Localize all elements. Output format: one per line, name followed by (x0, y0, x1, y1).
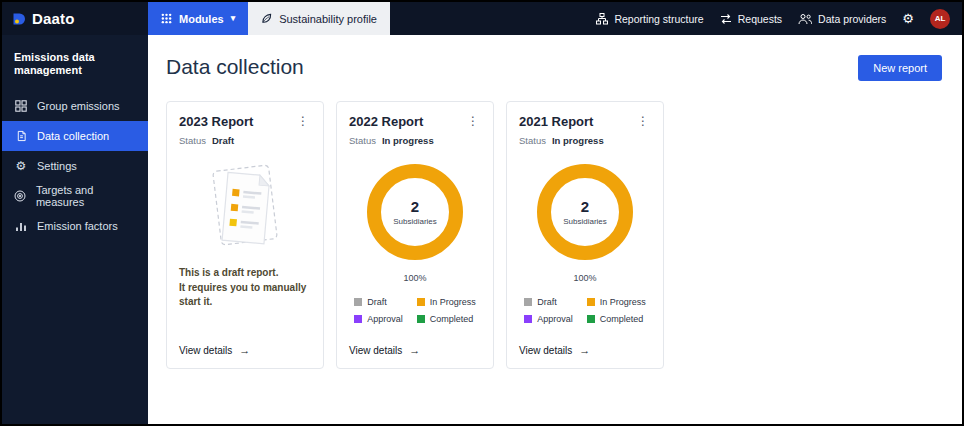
top-bar-right: Reporting structure Requests Data provid… (596, 9, 962, 29)
draft-note: This is a draft report. It requires you … (179, 266, 311, 310)
main-header: Data collection New report (166, 55, 942, 81)
status-legend: Draft In Progress Approval Completed (349, 297, 481, 324)
donut-label: Subsidiaries (393, 217, 437, 226)
kebab-menu-icon[interactable]: ⋮ (635, 114, 651, 128)
bar-chart-icon (14, 220, 28, 232)
legend-label: Draft (367, 297, 387, 307)
sustainability-label: Sustainability profile (279, 13, 377, 25)
daato-logo-icon (12, 12, 26, 26)
status-row: Status Draft (179, 135, 311, 146)
tab-sustainability-profile[interactable]: Sustainability profile (248, 2, 390, 35)
card-title: 2023 Report (179, 114, 253, 129)
kebab-menu-icon[interactable]: ⋮ (465, 114, 481, 128)
legend-item-in-progress: In Progress (587, 297, 646, 307)
arrow-right-icon: → (579, 345, 590, 356)
modules-label: Modules (179, 13, 224, 25)
sidebar-item-emission-factors[interactable]: Emission factors (2, 211, 148, 241)
brand-name: Daato (32, 10, 75, 27)
in-progress-swatch (587, 298, 595, 306)
legend-item-draft: Draft (354, 297, 403, 307)
legend-label: Approval (367, 314, 403, 324)
status-row: Status In progress (349, 135, 481, 146)
sidebar-item-label: Targets and measures (36, 184, 136, 208)
card-title: 2021 Report (519, 114, 593, 129)
view-details-link[interactable]: View details → (179, 333, 311, 356)
status-label: Status (179, 135, 206, 146)
card-title: 2022 Report (349, 114, 423, 129)
sidebar-item-data-collection[interactable]: Data collection (2, 121, 148, 151)
top-bar: Daato Modules ▾ Sustainability profile R… (2, 2, 962, 35)
reporting-structure-button[interactable]: Reporting structure (596, 13, 703, 25)
draft-swatch (524, 298, 532, 306)
donut-percent: 100% (349, 273, 481, 283)
view-details-label: View details (179, 345, 232, 356)
donut-count: 2 (411, 198, 419, 215)
sidebar-item-group-emissions[interactable]: Group emissions (2, 91, 148, 121)
chevron-down-icon: ▾ (231, 14, 236, 23)
sidebar-item-label: Settings (37, 160, 77, 172)
report-card-2023: 2023 Report ⋮ Status Draft (166, 101, 324, 369)
view-details-link[interactable]: View details → (349, 333, 481, 356)
data-providers-button[interactable]: Data providers (798, 13, 886, 25)
status-donut-chart: 2 Subsidiaries (367, 164, 463, 260)
gear-icon: ⚙ (14, 160, 28, 172)
draft-note-line2: It requires you to manually start it. (179, 281, 311, 310)
report-card-2021: 2021 Report ⋮ Status In progress 2 Subsi… (506, 101, 664, 369)
requests-button[interactable]: Requests (720, 13, 782, 25)
status-legend: Draft In Progress Approval Completed (519, 297, 651, 324)
draft-document-illustration (197, 158, 293, 258)
completed-swatch (417, 315, 425, 323)
modules-menu-button[interactable]: Modules ▾ (148, 2, 248, 35)
status-value: Draft (212, 135, 234, 146)
card-header: 2023 Report ⋮ (179, 114, 311, 129)
report-cards: 2023 Report ⋮ Status Draft (166, 101, 942, 369)
legend-label: Approval (537, 314, 573, 324)
target-icon (14, 190, 27, 202)
donut-label: Subsidiaries (563, 217, 607, 226)
page-title: Data collection (166, 55, 304, 79)
grid-icon (161, 13, 172, 24)
legend-item-completed: Completed (417, 314, 476, 324)
data-providers-label: Data providers (818, 13, 886, 25)
leaf-icon (261, 13, 272, 24)
legend-label: In Progress (430, 297, 476, 307)
status-label: Status (519, 135, 546, 146)
status-row: Status In progress (519, 135, 651, 146)
sidebar-item-targets-and-measures[interactable]: Targets and measures (2, 181, 148, 211)
document-icon (14, 130, 28, 142)
kebab-menu-icon[interactable]: ⋮ (295, 114, 311, 128)
view-details-link[interactable]: View details → (519, 333, 651, 356)
app-window: Daato Modules ▾ Sustainability profile R… (0, 0, 964, 426)
legend-item-draft: Draft (524, 297, 573, 307)
sidebar-item-label: Data collection (37, 130, 109, 142)
sidebar-title: Emissions data management (2, 45, 148, 91)
legend-label: In Progress (600, 297, 646, 307)
gear-icon: ⚙ (902, 11, 914, 26)
status-value: In progress (552, 135, 604, 146)
card-header: 2022 Report ⋮ (349, 114, 481, 129)
status-donut-chart: 2 Subsidiaries (537, 164, 633, 260)
exchange-arrows-icon (720, 13, 732, 25)
approval-swatch (524, 315, 532, 323)
legend-item-in-progress: In Progress (417, 297, 476, 307)
legend-item-approval: Approval (354, 314, 403, 324)
arrow-right-icon: → (409, 345, 420, 356)
view-details-label: View details (349, 345, 402, 356)
donut-count: 2 (581, 198, 589, 215)
draft-note-line1: This is a draft report. (179, 266, 311, 281)
completed-swatch (587, 315, 595, 323)
reporting-structure-label: Reporting structure (614, 13, 703, 25)
sidebar-item-settings[interactable]: ⚙ Settings (2, 151, 148, 181)
settings-gear-button[interactable]: ⚙ (902, 12, 914, 25)
brand[interactable]: Daato (2, 10, 148, 27)
arrow-right-icon: → (239, 345, 250, 356)
requests-label: Requests (738, 13, 782, 25)
avatar[interactable]: AL (930, 9, 950, 29)
approval-swatch (354, 315, 362, 323)
new-report-button[interactable]: New report (858, 55, 942, 81)
hierarchy-icon (596, 13, 608, 25)
legend-label: Completed (600, 314, 644, 324)
donut-percent: 100% (519, 273, 651, 283)
card-header: 2021 Report ⋮ (519, 114, 651, 129)
content-area: Emissions data management Group emission… (2, 35, 962, 424)
